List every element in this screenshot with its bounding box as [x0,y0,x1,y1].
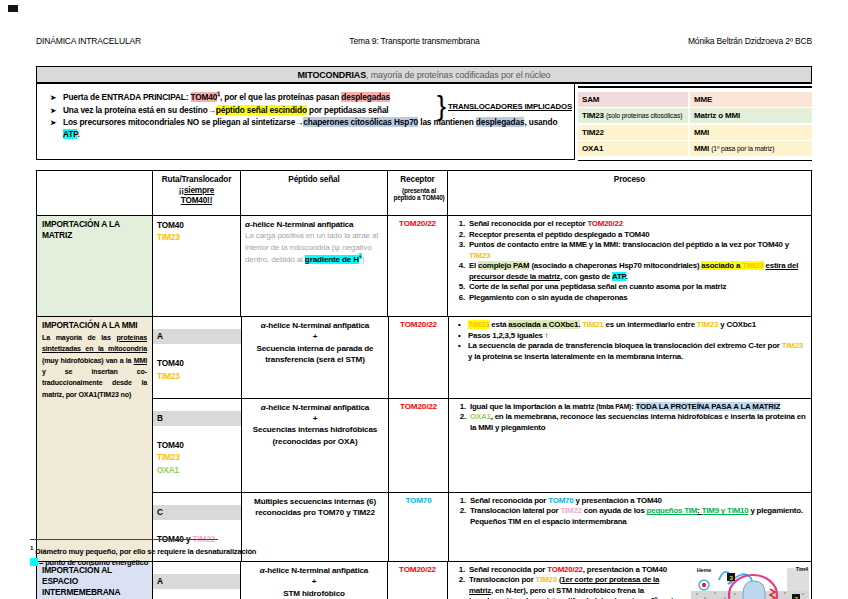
cell-mmi-c-peptido: Múltiples secuencias internas (6) recono… [241,493,388,561]
cell-matriz-proceso: Señal reconocida por el receptor TOM20/2… [447,216,811,316]
energy-cost-swatch-icon [30,558,38,566]
row-importacion-mmi: IMPORTACIÓN A LA MMI La mayoría de las p… [37,316,811,561]
ruta-list: TOM40 TIM23 OXA1 [157,439,237,476]
table-row: TIM22 MMI [578,125,812,140]
bullet-arrow-icon: ➤ [43,116,63,141]
footnote-separator [30,539,218,540]
header-author: Mónika Beltrán Dzidzoeva 2º BCB [688,36,812,46]
footnotes: 1 Diámetro muy pequeño, por ello se requ… [30,539,256,568]
proceso-step: Igual que la importación a la matriz (tm… [468,402,807,413]
bullet-arrow-icon: ➤ [43,104,63,117]
proceso-step: Translocación por TIM23 (1er corte por p… [467,575,683,599]
table-header-row: Ruta/Translocador ¡¡siempre TOM40!! Pépt… [37,171,811,215]
mitochondria-diagram: 3 3 Heme Tim4 peptidase er membrane Prot… [691,564,809,599]
cell-espacio-peptido: α-hélice N-terminal anfipática + STM hid… [240,562,387,599]
translocadores-label: TRANSLOCADORES IMPLICADOS [448,101,572,113]
heme-dot [702,583,706,587]
mini-cell-destination: MMI (1º pasa por la matriz) [690,141,812,156]
ruta-list: TOM40 TIM23 [157,357,237,382]
mmi-label-note: La mayoría de las proteínas sintetizadas… [42,333,147,401]
cell-mmi-b-peptido: α-hélice N-terminal anfipática + Secuenc… [241,399,388,492]
mini-cell-translocator: TIM23 (solo proteínas citosólicas) [578,108,688,123]
subrow-mmi-b: B TOM40 TIM23 OXA1 α-hélice N-terminal a… [153,398,811,492]
subrow-tag: B [153,411,241,425]
translocase-channel [743,581,765,599]
proceso-note: La secuencia de parada de transferencia … [468,341,807,362]
cell-mmi-c-proceso: Señal reconocida por TOM70 y presentació… [448,493,811,561]
row-label-matriz: IMPORTACIÓN A LA MATRIZ [37,216,152,316]
mini-cell-destination: Matriz o MMI [690,108,812,123]
table-row: TIM23 (solo proteínas citosólicas) Matri… [578,108,812,123]
cell-matriz-receptor: TOM20/22 [387,216,447,316]
cell-mmi-c-receptor: TOM70 [388,493,448,561]
table-title-bar: MITOCONDRIAS, mayoría de proteínas codif… [36,66,812,84]
main-table: Ruta/Translocador ¡¡siempre TOM40!! Pépt… [36,170,812,599]
mini-cell-translocator: SAM [578,92,688,107]
proceso-step: Señal reconocida por el receptor TOM20/2… [467,219,807,230]
bullet-arrow-icon: ➤ [43,91,63,104]
header-topic-title: Tema 9: Transporte transmembrana [349,36,479,46]
row-label-mmi: IMPORTACIÓN A LA MMI La mayoría de las p… [37,317,152,561]
cell-matriz-ruta: TOM40 TIM23 [152,216,240,316]
title-rest: , mayoría de proteínas codificadas por e… [366,70,550,80]
proceso-note: TIM23 está asociada a COXbc1. TIM21 es u… [468,320,807,331]
cell-mmi-a-proceso: TIM23 está asociada a COXbc1. TIM21 es u… [448,317,811,398]
subrow-tag: C [153,505,241,519]
proceso-step: Señal reconocida por TOM20/22, presentac… [467,565,683,576]
header-peptido: Péptido señal [240,171,387,215]
proceso-step: Señal reconocida por TOM70 y presentació… [468,496,807,507]
proceso-step: OXA1, en la memebrana, reconoce las secu… [468,412,807,433]
cell-mmi-b-receptor: TOM20/22 [388,399,448,492]
mini-cell-destination: MMI [690,125,812,140]
cell-espacio-proceso: Señal reconocida por TOM20/22, presentac… [447,562,811,599]
cell-mmi-b-ruta: B TOM40 TIM23 OXA1 [153,399,241,492]
table-row: OXA1 MMI (1º pasa por la matriz) [578,141,812,156]
mmi-label-title: IMPORTACIÓN A LA MMI [42,320,147,331]
notes-table-container: MITOCONDRIAS, mayoría de proteínas codif… [36,66,812,599]
translocator-destination-table: SAM MME TIM23 (solo proteínas citosólica… [578,86,812,161]
subrow-tag: A [153,329,241,343]
header-course-title: DINÁMICA INTRACELULAR [36,36,141,46]
header-ruta: Ruta/Translocador ¡¡siempre TOM40!! [152,171,240,215]
cell-espacio-receptor: TOM20/22 [387,562,447,599]
cell-mmi-a-receptor: TOM20/22 [388,317,448,398]
mmi-subrows: A TOM40 TIM23 α-hélice N-terminal anfipá… [152,317,811,561]
label-heme: Heme [697,567,711,573]
cell-mmi-a-peptido: α-hélice N-terminal anfipática + Secuenc… [241,317,388,398]
mini-cell-destination: MME [690,92,812,107]
proceso-step: Corte de la señal por una peptidasa seña… [467,282,807,293]
mini-cell-translocator: TIM22 [578,125,688,140]
proceso-step: El complejo PAM (asociado a chaperonas H… [467,261,807,282]
footnote-2: = punto de consumo energético [30,557,256,568]
header-empty [37,171,152,215]
proceso-step: Puntos de contacto entre la MME y la MMI… [467,240,807,261]
cell-mmi-b-proceso: Igual que la importación a la matriz (tm… [448,399,811,492]
corner-mark [8,5,18,12]
document-header: DINÁMICA INTRACELULAR Tema 9: Transporte… [36,36,812,46]
proceso-step: Plegamiento con o sin ayuda de chaperona… [467,293,807,304]
proceso-step: Receptor presenta el péptido desplegado … [467,230,807,241]
subrow-mmi-a: A TOM40 TIM23 α-hélice N-terminal anfipá… [153,317,811,398]
proceso-step: Translocación lateral por TIM22 con ayud… [468,506,807,527]
row-importacion-matriz: IMPORTACIÓN A LA MATRIZ TOM40 TIM23 α-hé… [37,215,811,316]
title-bold: MITOCONDRIAS [298,70,367,80]
table-row: SAM MME [578,92,812,107]
intro-bullets-box: ➤ Puerta de ENTRADA PRINCIPAL: TOM401, p… [36,84,575,160]
cell-matriz-peptido: α-hélice N-terminal anfipática La carga … [240,216,387,316]
intro-section: ➤ Puerta de ENTRADA PRINCIPAL: TOM401, p… [36,84,812,170]
brace-icon: } [437,93,446,120]
mini-cell-translocator: OXA1 [578,141,688,156]
subrow-tag: A [153,574,240,588]
cell-mmi-a-ruta: A TOM40 TIM23 [153,317,241,398]
translocadores-callout: } TRANSLOCADORES IMPLICADOS [437,93,572,120]
header-receptor: Receptor (presenta al péptido a TOM40) [387,171,447,215]
proceso-note: Pasos 1,2,3,5 iguales ↑ [468,331,807,342]
footnote-1: 1 Diámetro muy pequeño, por ello se requ… [30,543,256,557]
label-tim: Tim4 [796,566,809,572]
header-proceso: Proceso [447,171,811,215]
